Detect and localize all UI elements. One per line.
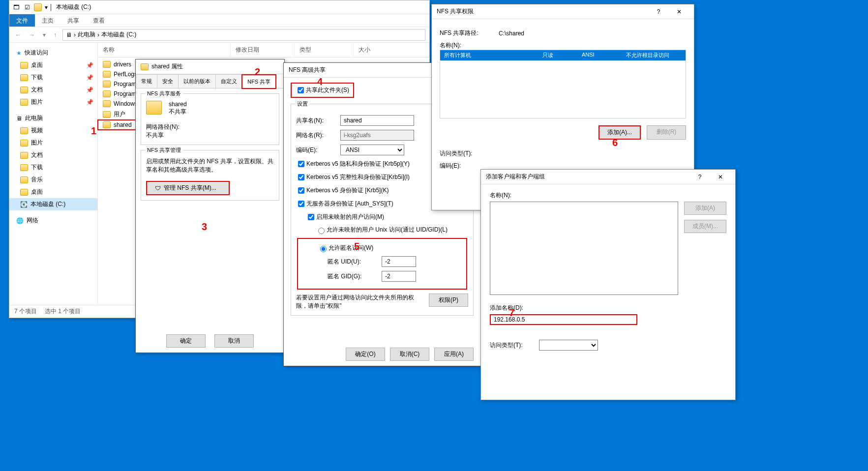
add-client-button[interactable]: 添加(A): [684, 202, 726, 215]
folder-icon: [103, 111, 111, 118]
gid-label: 匿名 GID(G):: [328, 272, 377, 281]
krb5i-checkbox[interactable]: Kerberos v5 完整性和身份验证[Krb5i](I): [296, 173, 410, 182]
permissions-button[interactable]: 权限(P): [429, 294, 468, 307]
crumb-pc[interactable]: 此电脑: [78, 30, 95, 39]
chk[interactable]: [298, 174, 304, 180]
chk[interactable]: [298, 161, 304, 167]
sidebar-item-downloads2[interactable]: 下载: [9, 161, 97, 174]
sidebar-network[interactable]: 网络: [9, 214, 97, 227]
enc-label: 编码(E):: [440, 162, 484, 170]
unmapped-checkbox[interactable]: 启用未映射的用户访问(M): [306, 212, 384, 222]
cancel-button[interactable]: 取消: [214, 334, 254, 348]
ribbon-view[interactable]: 查看: [86, 14, 112, 27]
nav-sidebar: ★快速访问 桌面📌 下载📌 文档📌 图片📌 此电脑 视频 图片 文档 下载 音乐…: [9, 43, 98, 305]
sidebar-item-documents2[interactable]: 文档: [9, 149, 97, 161]
share-name-input[interactable]: [340, 115, 414, 126]
addc-titlebar: 添加客户端和客户端组 ? ✕: [481, 170, 735, 184]
encoding-select[interactable]: ANSI: [340, 145, 404, 155]
tab-previous[interactable]: 以前的版本: [178, 74, 216, 88]
file-name: PerfLogs: [114, 71, 137, 78]
folder-icon: [20, 189, 28, 196]
chk[interactable]: [308, 214, 314, 220]
path-label: NFS 共享路径:: [440, 29, 494, 37]
sidebar-item-pictures[interactable]: 图片📌: [9, 96, 97, 108]
pin-icon: 📌: [86, 74, 93, 81]
ok-button[interactable]: 确定: [166, 334, 206, 348]
gid-input[interactable]: [382, 271, 416, 282]
col-name[interactable]: 名称: [98, 43, 231, 57]
unmapped-unix-radio[interactable]: 允许未映射的用户 Unix 访问(通过 UID/GID)(L): [316, 226, 448, 234]
tab-security[interactable]: 安全: [157, 74, 179, 88]
nav-up[interactable]: ↑: [52, 31, 59, 38]
sidebar-item-desktop[interactable]: 桌面📌: [9, 59, 97, 71]
group-legend: NFS 共享服务: [145, 90, 183, 97]
access-select[interactable]: [539, 340, 598, 351]
ribbon-home[interactable]: 主页: [35, 14, 60, 27]
add-button[interactable]: 添加(A)...: [599, 125, 641, 140]
authsys-checkbox[interactable]: 无服务器身份验证 [Auth_SYS](T): [296, 199, 393, 208]
sidebar-item-downloads[interactable]: 下载📌: [9, 71, 97, 84]
apply-button[interactable]: 应用(A): [434, 348, 474, 361]
encoding-label: 编码(E):: [296, 146, 335, 154]
chk[interactable]: [298, 87, 304, 93]
chk[interactable]: [298, 187, 304, 194]
cell-encoding: ANSI: [578, 50, 622, 60]
permissions-list[interactable]: 所有计算机 只读 ANSI 不允许根目录访问: [440, 50, 686, 118]
members-button[interactable]: 成员(M)...: [684, 220, 726, 233]
help-icon[interactable]: ?: [649, 6, 668, 17]
folder-icon: [34, 3, 42, 11]
address-bar[interactable]: › 此电脑 › 本地磁盘 (C:): [62, 29, 425, 41]
folder-icon: [103, 121, 111, 128]
folder-icon: [20, 127, 28, 134]
netpath-label: 网络路径(N):: [146, 123, 274, 131]
ribbon-share[interactable]: 共享: [60, 14, 86, 27]
sidebar-item-documents[interactable]: 文档📌: [9, 84, 97, 96]
krb5p-checkbox[interactable]: Kerberos v5 隐私和身份验证 [Krb5p](Y): [296, 159, 410, 169]
nav-back[interactable]: ←: [13, 31, 23, 38]
nav-recent[interactable]: ▾: [41, 31, 48, 38]
label: Kerberos v5 隐私和身份验证 [Krb5p](Y): [306, 160, 410, 167]
col-modified[interactable]: 修改日期: [231, 43, 295, 57]
list-row[interactable]: 所有计算机 只读 ANSI 不允许根目录访问: [440, 50, 686, 60]
nav-fwd[interactable]: →: [27, 31, 37, 38]
sidebar-item-music[interactable]: 音乐: [9, 174, 97, 186]
ribbon: 文件 主页 共享 查看: [9, 14, 429, 27]
manage-nfs-button[interactable]: 🛡 管理 NFS 共享(M)...: [146, 181, 230, 195]
sidebar-item-pictures2[interactable]: 图片: [9, 137, 97, 149]
folder-icon: [20, 177, 28, 183]
anon-radio[interactable]: 允许匿名访问(W): [318, 244, 373, 252]
chk[interactable]: [298, 201, 304, 207]
radio[interactable]: [320, 246, 327, 252]
crumb-drive[interactable]: 本地磁盘 (C:): [101, 30, 136, 39]
ribbon-file[interactable]: 文件: [9, 14, 35, 27]
sidebar-quick-access[interactable]: ★快速访问: [9, 47, 97, 59]
uid-input[interactable]: [382, 256, 416, 267]
col-size[interactable]: 大小: [354, 43, 429, 57]
sidebar-item-cdrive[interactable]: 💽本地磁盘 (C:): [9, 198, 97, 210]
label: 允许未映射的用户 Unix 访问(通过 UID/GID)(L): [327, 226, 448, 233]
close-icon[interactable]: ✕: [711, 172, 730, 182]
prop-title: shared 属性: [151, 63, 183, 70]
cancel-button[interactable]: 取消(C): [390, 348, 429, 361]
remove-button[interactable]: 删除(R): [647, 125, 686, 140]
tab-general[interactable]: 常规: [136, 74, 157, 88]
col-type[interactable]: 类型: [295, 43, 354, 57]
tab-custom[interactable]: 自定义: [215, 74, 242, 88]
krb5-checkbox[interactable]: Kerberos v5 身份验证 [Krb5](K): [296, 186, 389, 195]
sidebar-this-pc[interactable]: 此电脑: [9, 112, 97, 124]
perm-title: NFS 共享权限: [437, 7, 474, 16]
pin-icon: 📌: [86, 99, 93, 106]
sidebar-item-desktop2[interactable]: 桌面: [9, 186, 97, 198]
folder-icon: [141, 63, 149, 70]
clients-listbox[interactable]: [490, 202, 678, 295]
folder-icon: [20, 164, 28, 171]
close-icon[interactable]: ✕: [669, 6, 689, 17]
ok-button[interactable]: 确定(O): [346, 348, 385, 361]
radio[interactable]: [318, 228, 325, 234]
annotation-2: 2: [255, 66, 260, 78]
sidebar-item-videos[interactable]: 视频: [9, 124, 97, 137]
help-icon[interactable]: ?: [690, 172, 710, 182]
access-label: 访问类型(T):: [440, 149, 484, 158]
file-name: drivers: [114, 61, 131, 68]
checkbox-icon: ☑: [23, 3, 31, 11]
